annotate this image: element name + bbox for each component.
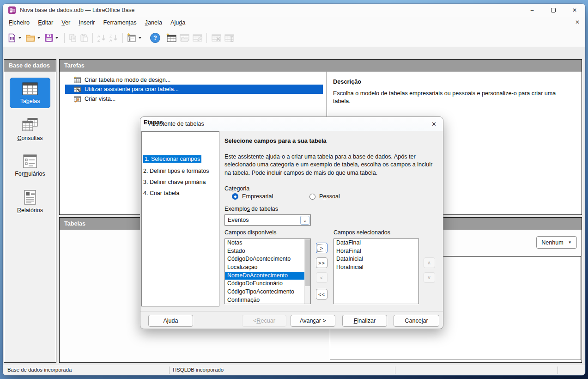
move-all-left-button[interactable]: <<	[316, 289, 327, 300]
menu-ajuda[interactable]: Ajuda	[166, 18, 189, 28]
list-item[interactable]: CódigoDoFuncionário	[225, 280, 310, 288]
dialog-heading: Selecione campos para a sua tabela	[224, 137, 327, 144]
step-primary-key[interactable]: 3. Definir chave primária	[143, 179, 206, 185]
list-item[interactable]: DataInicial	[334, 255, 418, 263]
dropdown-arrow-icon[interactable]	[18, 37, 21, 39]
menu-janela[interactable]: Janela	[141, 18, 166, 28]
radio-pessoal[interactable]: Pessoal	[309, 193, 340, 200]
minimize-button[interactable]: –	[521, 4, 543, 17]
open-database-object-button	[178, 31, 191, 44]
sidebar-item-label: Consultas	[17, 135, 42, 141]
step-set-types[interactable]: 2. Definir tipos e formatos	[143, 168, 209, 174]
paste-icon	[79, 33, 89, 43]
statusbar-database-type: Base de dados incorporada	[7, 367, 72, 373]
sort-descending-button: ZA	[108, 32, 120, 44]
radio-empresarial[interactable]: Empresarial	[232, 193, 273, 200]
database-sidebar: Base de dados Tabelas Consultas Formulár…	[4, 59, 56, 363]
help-button[interactable]: ?	[149, 31, 161, 44]
statusbar-separator	[169, 367, 170, 374]
sidebar-item-consultas[interactable]: Consultas	[10, 114, 50, 145]
sidebar-item-formularios[interactable]: Formulários	[10, 151, 50, 180]
close-document-icon[interactable]: ✕	[575, 19, 580, 25]
svg-text:A: A	[109, 38, 112, 43]
dialog-intro-text: Este assistente ajuda-o a criar uma tabe…	[224, 153, 438, 177]
edit-table-button	[191, 31, 204, 44]
menu-ferramentas[interactable]: Ferramentas	[99, 18, 141, 28]
list-item[interactable]: Confirmação	[225, 296, 310, 304]
selected-fields-list[interactable]: DataFinal HoraFinal DataInicial HoraInic…	[333, 238, 419, 304]
open-button[interactable]	[24, 32, 43, 44]
sidebar-item-relatorios[interactable]: Relatórios	[10, 186, 50, 217]
dropdown-arrow-icon[interactable]	[55, 37, 58, 39]
radio-checked-icon	[232, 193, 238, 200]
dropdown-arrow-icon[interactable]	[37, 37, 40, 39]
examples-label: Exemplos de tabelas	[224, 206, 278, 212]
toolbar: AZ ZA ?	[3, 29, 585, 47]
dropdown-arrow-icon[interactable]	[139, 37, 141, 39]
available-fields-label: Campos disponíveis	[224, 229, 277, 236]
list-item[interactable]: Estado	[225, 247, 310, 256]
new-table-design-button[interactable]	[165, 31, 178, 44]
toolbar-separator	[64, 33, 65, 43]
tables-icon	[21, 81, 39, 96]
sidebar-item-label: Tabelas	[20, 98, 40, 104]
create-view-icon	[73, 95, 81, 103]
step-select-fields[interactable]: 1. Selecionar campos	[143, 156, 201, 162]
rename-table-button	[223, 31, 236, 44]
step-create-table[interactable]: 4. Criar tabela	[143, 190, 180, 196]
selected-fields-label: Campos selecionados	[333, 229, 390, 236]
cancel-button[interactable]: Cancelar	[394, 315, 439, 327]
close-button[interactable]: ✕	[564, 4, 585, 17]
list-item[interactable]: Notas	[225, 239, 310, 247]
maximize-button[interactable]	[543, 4, 564, 17]
move-all-right-button[interactable]: >>	[316, 257, 327, 268]
scrollbar-thumb[interactable]	[305, 239, 310, 286]
dialog-close-icon[interactable]: ✕	[431, 121, 436, 128]
menu-ficheiro[interactable]: Ficheiro	[5, 18, 34, 28]
move-right-button[interactable]: >	[316, 243, 327, 253]
new-database-icon	[7, 33, 17, 43]
list-item[interactable]: CódigoDoAcontecimento	[225, 255, 310, 263]
toolbar-separator	[92, 33, 93, 43]
chevron-down-icon[interactable]: ⌄	[300, 216, 309, 225]
preview-mode-dropdown[interactable]: Nenhum ▼	[536, 236, 577, 249]
available-fields-list[interactable]: Notas Estado CódigoDoAcontecimento Local…	[224, 238, 311, 304]
new-form-button[interactable]	[126, 31, 145, 44]
back-button: < Recuar	[242, 315, 286, 327]
copy-icon	[68, 33, 78, 43]
save-button[interactable]	[43, 32, 61, 44]
window-title: Nova base de dados.odb — LibreOffice Bas…	[20, 7, 134, 13]
list-item[interactable]: Localização	[225, 263, 310, 272]
next-button[interactable]: Avançar >	[291, 315, 335, 327]
radio-unchecked-icon	[309, 194, 315, 200]
radio-label: Empresarial	[242, 193, 273, 200]
move-up-button: ∧	[424, 257, 435, 268]
list-item[interactable]: HoraInicial	[334, 263, 418, 272]
list-scrollbar[interactable]	[304, 239, 310, 304]
menu-inserir[interactable]: Inserir	[74, 18, 99, 28]
list-item[interactable]: CódigoTipoAcontecimento	[225, 288, 310, 296]
sort-descending-icon: ZA	[109, 33, 119, 43]
sidebar-item-tabelas[interactable]: Tabelas	[10, 78, 50, 108]
libreoffice-base-app-icon	[8, 6, 16, 14]
list-item[interactable]: HoraFinal	[334, 247, 418, 256]
list-item[interactable]: DataFinal	[334, 239, 418, 247]
table-examples-combobox[interactable]: Eventos ⌄	[224, 214, 311, 226]
list-item-selected[interactable]: NomeDoAcontecimento	[225, 272, 310, 280]
table-wizard-dialog: Assistente de tabelas ✕ Etapas 1. Seleci…	[140, 116, 443, 329]
description-text: Escolha o modelo de tabelas empresariais…	[333, 90, 574, 105]
task-create-table-design[interactable]: Criar tabela no modo de design...	[73, 75, 170, 85]
new-database-button[interactable]	[6, 32, 24, 44]
menu-ver[interactable]: Ver	[57, 18, 74, 28]
finish-button[interactable]: Finalizar	[342, 315, 387, 327]
sidebar-header: Base de dados	[4, 60, 56, 72]
titlebar: Nova base de dados.odb — LibreOffice Bas…	[3, 4, 585, 17]
reports-icon	[23, 190, 37, 205]
menu-editar[interactable]: Editar	[34, 18, 57, 28]
help-icon: ?	[150, 33, 160, 43]
move-left-button: <	[316, 272, 327, 283]
description-title: Descrição	[333, 78, 574, 85]
task-use-wizard[interactable]: Utilizar assistente para criar tabela...	[65, 85, 323, 94]
help-dialog-button[interactable]: Ajuda	[148, 315, 193, 327]
task-create-view[interactable]: Criar vista...	[73, 94, 115, 104]
